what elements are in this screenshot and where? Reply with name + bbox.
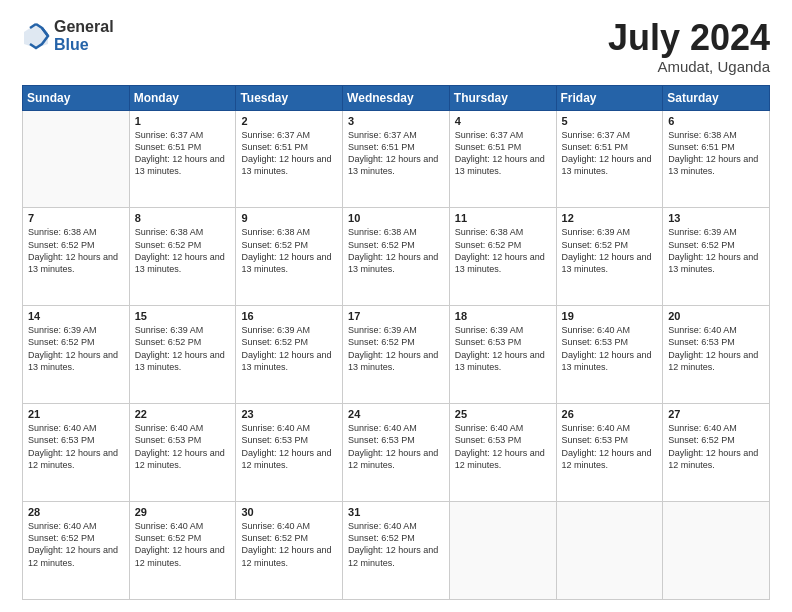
day-info: Sunrise: 6:39 AM Sunset: 6:52 PM Dayligh…	[135, 324, 231, 373]
col-sunday: Sunday	[23, 85, 130, 110]
table-row	[663, 502, 770, 600]
table-row	[23, 110, 130, 208]
calendar-table: Sunday Monday Tuesday Wednesday Thursday…	[22, 85, 770, 600]
table-row: 1Sunrise: 6:37 AM Sunset: 6:51 PM Daylig…	[129, 110, 236, 208]
table-row	[556, 502, 663, 600]
calendar-week-row: 14Sunrise: 6:39 AM Sunset: 6:52 PM Dayli…	[23, 306, 770, 404]
page: General Blue July 2024 Amudat, Uganda Su…	[0, 0, 792, 612]
day-info: Sunrise: 6:40 AM Sunset: 6:52 PM Dayligh…	[241, 520, 337, 569]
day-info: Sunrise: 6:38 AM Sunset: 6:52 PM Dayligh…	[455, 226, 551, 275]
table-row: 31Sunrise: 6:40 AM Sunset: 6:52 PM Dayli…	[343, 502, 450, 600]
day-number: 18	[455, 310, 551, 322]
day-info: Sunrise: 6:40 AM Sunset: 6:52 PM Dayligh…	[135, 520, 231, 569]
table-row: 25Sunrise: 6:40 AM Sunset: 6:53 PM Dayli…	[449, 404, 556, 502]
logo-general-text: General	[54, 18, 114, 36]
day-number: 10	[348, 212, 444, 224]
logo-text: General Blue	[54, 18, 114, 53]
day-number: 3	[348, 115, 444, 127]
table-row: 6Sunrise: 6:38 AM Sunset: 6:51 PM Daylig…	[663, 110, 770, 208]
col-thursday: Thursday	[449, 85, 556, 110]
day-number: 16	[241, 310, 337, 322]
day-number: 8	[135, 212, 231, 224]
day-info: Sunrise: 6:39 AM Sunset: 6:52 PM Dayligh…	[562, 226, 658, 275]
calendar-week-row: 7Sunrise: 6:38 AM Sunset: 6:52 PM Daylig…	[23, 208, 770, 306]
day-number: 27	[668, 408, 764, 420]
day-info: Sunrise: 6:39 AM Sunset: 6:53 PM Dayligh…	[455, 324, 551, 373]
table-row: 22Sunrise: 6:40 AM Sunset: 6:53 PM Dayli…	[129, 404, 236, 502]
day-number: 25	[455, 408, 551, 420]
table-row: 30Sunrise: 6:40 AM Sunset: 6:52 PM Dayli…	[236, 502, 343, 600]
logo-blue-text: Blue	[54, 36, 114, 54]
day-info: Sunrise: 6:38 AM Sunset: 6:52 PM Dayligh…	[135, 226, 231, 275]
day-number: 5	[562, 115, 658, 127]
day-number: 15	[135, 310, 231, 322]
day-info: Sunrise: 6:40 AM Sunset: 6:52 PM Dayligh…	[348, 520, 444, 569]
day-info: Sunrise: 6:37 AM Sunset: 6:51 PM Dayligh…	[135, 129, 231, 178]
table-row: 17Sunrise: 6:39 AM Sunset: 6:52 PM Dayli…	[343, 306, 450, 404]
day-number: 1	[135, 115, 231, 127]
table-row: 13Sunrise: 6:39 AM Sunset: 6:52 PM Dayli…	[663, 208, 770, 306]
calendar-week-row: 1Sunrise: 6:37 AM Sunset: 6:51 PM Daylig…	[23, 110, 770, 208]
day-info: Sunrise: 6:38 AM Sunset: 6:52 PM Dayligh…	[348, 226, 444, 275]
calendar-header-row: Sunday Monday Tuesday Wednesday Thursday…	[23, 85, 770, 110]
table-row: 5Sunrise: 6:37 AM Sunset: 6:51 PM Daylig…	[556, 110, 663, 208]
table-row: 23Sunrise: 6:40 AM Sunset: 6:53 PM Dayli…	[236, 404, 343, 502]
day-number: 22	[135, 408, 231, 420]
day-number: 21	[28, 408, 124, 420]
month-title: July 2024	[608, 18, 770, 58]
day-number: 4	[455, 115, 551, 127]
table-row: 21Sunrise: 6:40 AM Sunset: 6:53 PM Dayli…	[23, 404, 130, 502]
day-number: 24	[348, 408, 444, 420]
day-info: Sunrise: 6:40 AM Sunset: 6:53 PM Dayligh…	[562, 324, 658, 373]
day-info: Sunrise: 6:39 AM Sunset: 6:52 PM Dayligh…	[668, 226, 764, 275]
logo: General Blue	[22, 18, 114, 53]
day-info: Sunrise: 6:40 AM Sunset: 6:53 PM Dayligh…	[562, 422, 658, 471]
col-friday: Friday	[556, 85, 663, 110]
day-info: Sunrise: 6:37 AM Sunset: 6:51 PM Dayligh…	[562, 129, 658, 178]
title-area: July 2024 Amudat, Uganda	[608, 18, 770, 75]
day-info: Sunrise: 6:37 AM Sunset: 6:51 PM Dayligh…	[348, 129, 444, 178]
table-row: 20Sunrise: 6:40 AM Sunset: 6:53 PM Dayli…	[663, 306, 770, 404]
day-info: Sunrise: 6:40 AM Sunset: 6:53 PM Dayligh…	[455, 422, 551, 471]
table-row: 7Sunrise: 6:38 AM Sunset: 6:52 PM Daylig…	[23, 208, 130, 306]
col-saturday: Saturday	[663, 85, 770, 110]
calendar-week-row: 28Sunrise: 6:40 AM Sunset: 6:52 PM Dayli…	[23, 502, 770, 600]
day-info: Sunrise: 6:38 AM Sunset: 6:51 PM Dayligh…	[668, 129, 764, 178]
day-number: 20	[668, 310, 764, 322]
day-number: 19	[562, 310, 658, 322]
day-number: 11	[455, 212, 551, 224]
header: General Blue July 2024 Amudat, Uganda	[22, 18, 770, 75]
table-row: 19Sunrise: 6:40 AM Sunset: 6:53 PM Dayli…	[556, 306, 663, 404]
calendar-week-row: 21Sunrise: 6:40 AM Sunset: 6:53 PM Dayli…	[23, 404, 770, 502]
day-number: 7	[28, 212, 124, 224]
svg-marker-0	[24, 24, 48, 48]
table-row: 11Sunrise: 6:38 AM Sunset: 6:52 PM Dayli…	[449, 208, 556, 306]
day-info: Sunrise: 6:40 AM Sunset: 6:53 PM Dayligh…	[348, 422, 444, 471]
col-monday: Monday	[129, 85, 236, 110]
day-number: 6	[668, 115, 764, 127]
table-row	[449, 502, 556, 600]
day-info: Sunrise: 6:40 AM Sunset: 6:52 PM Dayligh…	[668, 422, 764, 471]
day-number: 12	[562, 212, 658, 224]
day-info: Sunrise: 6:38 AM Sunset: 6:52 PM Dayligh…	[241, 226, 337, 275]
table-row: 18Sunrise: 6:39 AM Sunset: 6:53 PM Dayli…	[449, 306, 556, 404]
day-number: 9	[241, 212, 337, 224]
day-info: Sunrise: 6:37 AM Sunset: 6:51 PM Dayligh…	[455, 129, 551, 178]
day-number: 14	[28, 310, 124, 322]
table-row: 16Sunrise: 6:39 AM Sunset: 6:52 PM Dayli…	[236, 306, 343, 404]
day-number: 26	[562, 408, 658, 420]
table-row: 24Sunrise: 6:40 AM Sunset: 6:53 PM Dayli…	[343, 404, 450, 502]
col-tuesday: Tuesday	[236, 85, 343, 110]
table-row: 3Sunrise: 6:37 AM Sunset: 6:51 PM Daylig…	[343, 110, 450, 208]
day-number: 29	[135, 506, 231, 518]
day-info: Sunrise: 6:40 AM Sunset: 6:53 PM Dayligh…	[135, 422, 231, 471]
day-number: 23	[241, 408, 337, 420]
day-number: 2	[241, 115, 337, 127]
table-row: 26Sunrise: 6:40 AM Sunset: 6:53 PM Dayli…	[556, 404, 663, 502]
day-number: 31	[348, 506, 444, 518]
day-number: 13	[668, 212, 764, 224]
logo-icon	[22, 22, 50, 50]
table-row: 2Sunrise: 6:37 AM Sunset: 6:51 PM Daylig…	[236, 110, 343, 208]
location-subtitle: Amudat, Uganda	[608, 58, 770, 75]
table-row: 27Sunrise: 6:40 AM Sunset: 6:52 PM Dayli…	[663, 404, 770, 502]
